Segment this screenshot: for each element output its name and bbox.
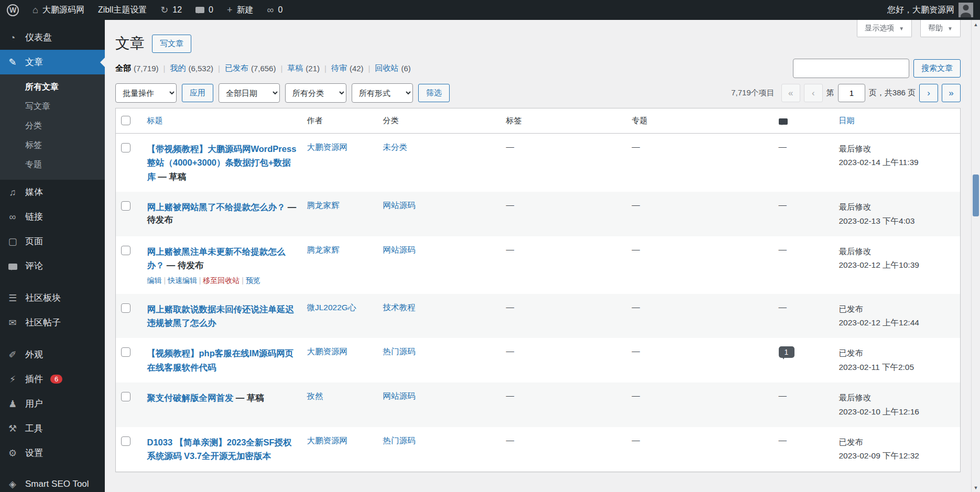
theme-settings-menu[interactable]: Zibll主题设置 [91, 0, 154, 20]
row-action-separator: | [197, 276, 203, 285]
next-page-button[interactable]: › [919, 84, 938, 102]
row-action-trash[interactable]: 移至回收站 [203, 276, 239, 285]
date-status: 已发布 [839, 348, 864, 357]
sidebar-item-smart-seo-tool[interactable]: ◈ Smart SEO Tool [0, 473, 105, 492]
row-action-quick-edit[interactable]: 快速编辑 [168, 276, 197, 285]
topic-dash: — [632, 391, 640, 400]
author-cell: 孜然 [302, 382, 378, 427]
sidebar-item-dashboard[interactable]: ◔ 仪表盘 [0, 25, 105, 50]
category-cell: 网站源码 [378, 382, 501, 427]
sidebar-item-forum-posts[interactable]: ✉ 社区帖子 [0, 310, 105, 335]
date-filter-select[interactable]: 全部日期 [219, 83, 280, 103]
links-count: 0 [278, 5, 282, 15]
category-filter-select[interactable]: 所有分类 [285, 83, 346, 103]
author-link[interactable]: 孜然 [307, 391, 323, 400]
apply-button[interactable]: 应用 [182, 84, 213, 102]
row-action-edit[interactable]: 编辑 [147, 276, 162, 285]
category-link[interactable]: 网站源码 [383, 391, 416, 400]
category-link[interactable]: 网站源码 [383, 201, 416, 210]
author-link[interactable]: 腾龙家辉 [307, 245, 340, 254]
view-filter-published[interactable]: 已发布(7,656) [213, 63, 276, 73]
author-link[interactable]: 大鹏资源网 [307, 143, 348, 151]
column-header-comments[interactable] [774, 108, 834, 134]
screen-options-tab[interactable]: 显示选项 ▼ [857, 20, 912, 37]
column-header-title[interactable]: 标题 [142, 108, 302, 134]
sidebar-item-users[interactable]: ♟ 用户 [0, 391, 105, 416]
format-filter-select[interactable]: 所有形式 [352, 83, 413, 103]
first-page-button[interactable]: « [781, 84, 800, 102]
sidebar-item-tools[interactable]: ⚒ 工具 [0, 416, 105, 441]
author-link[interactable]: 微JL2022G心 [307, 303, 356, 312]
tablenav-top: 批量操作 应用 全部日期 所有分类 所有形式 筛选 7,719个项目 « ‹ 第… [115, 83, 961, 103]
add-new-post-button[interactable]: 写文章 [152, 35, 191, 53]
comment-count-bubble[interactable]: 1 [779, 346, 794, 358]
submenu-item-add-new[interactable]: 写文章 [0, 97, 105, 116]
sidebar-item-appearance[interactable]: ✐ 外观 [0, 342, 105, 367]
column-header-date[interactable]: 日期 [834, 108, 961, 134]
search-posts-button[interactable]: 搜索文章 [913, 59, 961, 78]
site-name-menu[interactable]: ⌂ 大鹏源码网 [26, 0, 91, 20]
tags-cell: — [501, 427, 627, 472]
category-link[interactable]: 技术教程 [383, 303, 416, 312]
column-header-category: 分类 [378, 108, 501, 134]
row-checkbox[interactable] [121, 143, 130, 152]
current-page-input[interactable] [838, 84, 865, 102]
sidebar-item-media[interactable]: ♫ 媒体 [0, 180, 105, 204]
author-link[interactable]: 大鹏资源网 [307, 347, 348, 356]
comments-icon [6, 261, 19, 271]
submenu-item-topics[interactable]: 专题 [0, 155, 105, 174]
updates-menu[interactable]: ↻ 12 [154, 0, 189, 20]
row-action-preview[interactable]: 预览 [246, 276, 260, 285]
sidebar-item-settings[interactable]: ⚙ 设置 [0, 441, 105, 465]
sidebar-item-links[interactable]: ∞ 链接 [0, 204, 105, 229]
sidebar-item-comments[interactable]: 评论 [0, 254, 105, 278]
new-content-menu[interactable]: + 新建 [220, 0, 260, 20]
comments-menu[interactable]: 0 [189, 0, 220, 20]
prev-page-button[interactable]: ‹ [804, 84, 823, 102]
submenu-item-categories[interactable]: 分类 [0, 116, 105, 136]
sidebar-item-plugins[interactable]: ⚡ 插件 6 [0, 367, 105, 391]
scrollbar-thumb[interactable] [973, 174, 979, 216]
help-tab[interactable]: 帮助 ▼ [920, 20, 961, 37]
row-checkbox[interactable] [121, 347, 130, 357]
wordpress-logo-menu[interactable]: W [0, 0, 26, 20]
bulk-actions-select[interactable]: 批量操作 [115, 83, 177, 103]
view-filter-mine[interactable]: 我的(6,532) [159, 63, 213, 73]
row-checkbox[interactable] [121, 246, 130, 255]
row-checkbox[interactable] [121, 201, 130, 211]
category-link[interactable]: 热门源码 [383, 436, 416, 445]
sidebar-item-pages[interactable]: ▢ 页面 [0, 229, 105, 254]
category-link[interactable]: 热门源码 [383, 347, 416, 356]
my-account-menu[interactable]: 您好，大鹏资源网 [880, 0, 980, 20]
post-title-link[interactable]: 聚支付破解版全网首发 [147, 393, 234, 402]
links-menu[interactable]: ∞ 0 [260, 0, 290, 20]
view-filter-trash[interactable]: 回收站(6) [364, 63, 411, 73]
author-link[interactable]: 大鹏资源网 [307, 436, 348, 445]
view-filter-draft[interactable]: 草稿(21) [276, 63, 320, 73]
view-filter-all[interactable]: 全部(7,719) [115, 63, 159, 73]
view-filter-pending[interactable]: 待审(42) [320, 63, 364, 73]
post-title-link[interactable]: D1033 【简单亲测】2023全新SF授权系统源码 V3.7全开源无加密版本 [147, 438, 292, 461]
category-link[interactable]: 网站源码 [383, 245, 416, 254]
post-title-link[interactable]: 网上赌被网站黑了不给提款怎么办？ [147, 202, 286, 212]
post-title-link[interactable]: 【视频教程】php客服在线IM源码网页在线客服软件代码 [147, 348, 294, 371]
scrollbar-down-arrow-icon[interactable]: ▼ [972, 483, 980, 492]
author-link[interactable]: 腾龙家辉 [307, 201, 340, 210]
row-checkbox[interactable] [121, 436, 130, 446]
submenu-item-tags[interactable]: 标签 [0, 136, 105, 155]
select-all-checkbox[interactable] [121, 116, 130, 125]
category-link[interactable]: 未分类 [383, 143, 408, 151]
author-cell: 腾龙家辉 [302, 192, 378, 236]
sidebar-item-posts[interactable]: ✎ 文章 [0, 50, 105, 74]
filter-button[interactable]: 筛选 [418, 84, 450, 102]
last-page-button[interactable]: » [942, 84, 961, 102]
sidebar-item-forum-sections[interactable]: ☰ 社区板块 [0, 286, 105, 310]
avatar [959, 3, 973, 17]
row-checkbox[interactable] [121, 392, 130, 401]
comments-count: 0 [209, 5, 213, 15]
post-title-link[interactable]: 网上赌取款说数据未回传还说注单延迟违规被黑了怎么办 [147, 304, 295, 327]
row-checkbox[interactable] [121, 303, 130, 313]
search-input[interactable] [793, 59, 909, 78]
submenu-item-all-posts[interactable]: 所有文章 [0, 78, 105, 97]
scrollbar-up-arrow-icon[interactable]: ▲ [972, 20, 980, 29]
